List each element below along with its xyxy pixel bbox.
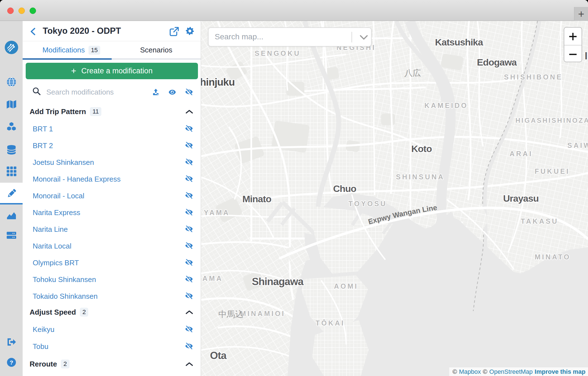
svg-text:TŌKAI: TŌKAI [315, 319, 345, 327]
svg-text:HIGASHISHINOZAKI: HIGASHISHINOZAKI [515, 117, 588, 124]
svg-text:ARAI: ARAI [510, 150, 533, 158]
svg-text:SENGOKU: SENGOKU [255, 49, 301, 57]
svg-text:Minato: Minato [242, 194, 271, 204]
svg-text:hinjuku: hinjuku [201, 76, 235, 88]
svg-text:YAMA: YAMA [204, 209, 230, 216]
svg-text:TOYOSU: TOYOSU [348, 200, 387, 208]
svg-text:Ota: Ota [210, 350, 227, 361]
svg-text:Urayasu: Urayasu [503, 193, 539, 204]
svg-text:AOMI: AOMI [334, 282, 358, 290]
svg-text:Edogawa: Edogawa [477, 57, 517, 68]
svg-text:FUKUEI: FUKUEI [535, 167, 570, 175]
svg-text:八広: 八広 [404, 68, 421, 78]
svg-text:Chuo: Chuo [333, 183, 356, 194]
svg-text:MINATO: MINATO [535, 253, 571, 261]
svg-text:中馬込: 中馬込 [218, 310, 243, 319]
svg-text:KAMEIDO: KAMEIDO [424, 102, 468, 109]
svg-text:Katsushika: Katsushika [435, 37, 483, 47]
svg-text:SHISHIBONE: SHISHIBONE [504, 73, 563, 81]
svg-text:?: ? [9, 359, 13, 366]
svg-text:SHINSUNA: SHINSUNA [396, 173, 445, 181]
svg-text:MINAMIOI: MINAMIOI [240, 310, 285, 317]
svg-text:Shinagawa: Shinagawa [252, 276, 304, 287]
svg-text:AMA: AMA [202, 274, 223, 282]
svg-text:TAKASU: TAKASU [521, 217, 558, 225]
svg-text:Koto: Koto [411, 143, 432, 154]
svg-text:I: I [585, 50, 587, 62]
svg-text:SAIWA: SAIWA [567, 141, 588, 149]
